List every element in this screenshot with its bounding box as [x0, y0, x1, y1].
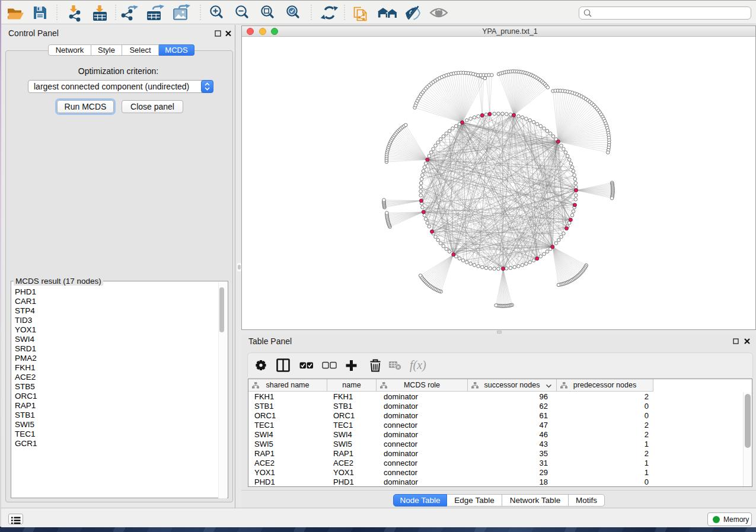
svg-text:f(x): f(x) — [410, 358, 426, 372]
